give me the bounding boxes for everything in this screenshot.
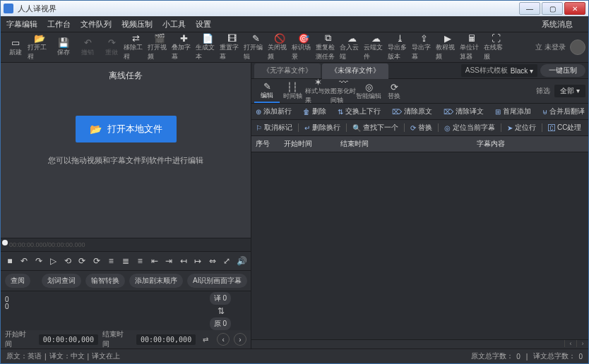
pill-smart-convert[interactable]: 输智转换	[85, 274, 125, 288]
ass-style-combo[interactable]: ASS样式模板 Black ▾	[461, 64, 537, 77]
skip-fwd-icon[interactable]: ⟳	[78, 256, 88, 266]
sec-smart-edit[interactable]: ◎智能编辑	[356, 80, 381, 102]
toolbar-btn-13[interactable]: ⧉重复检测任务	[316, 33, 340, 61]
toolbar-btn-6[interactable]: 🎬打开视频	[148, 33, 172, 61]
toolbar-btn-0[interactable]: ▭新建	[4, 33, 28, 61]
menu-file-queue[interactable]: 文件队列	[81, 19, 112, 30]
toolbar-btn-2[interactable]: 💾保存	[52, 33, 76, 61]
status-target-pos[interactable]: 译文在上	[92, 351, 120, 361]
next-line-button[interactable]: ›	[234, 333, 246, 346]
expand-icon[interactable]: ⤢	[222, 256, 232, 266]
menu-subtitle-edit[interactable]: 字幕编辑	[6, 19, 37, 30]
align-right-icon[interactable]: ≡	[136, 256, 145, 266]
forward-icon[interactable]: ↷	[34, 256, 44, 266]
volume-icon[interactable]: 🔊	[237, 256, 246, 266]
act-del-newline[interactable]: ↵删除换行	[304, 123, 340, 133]
sec-graph-timeline[interactable]: 〰图形化时间轴	[331, 80, 356, 102]
toolbar-btn-9[interactable]: 🎞重置字幕	[220, 33, 244, 61]
align-center-icon[interactable]: ≣	[121, 256, 131, 266]
avatar[interactable]	[570, 40, 585, 55]
act-add-row[interactable]: ⊕添加新行	[256, 107, 292, 116]
toolbar-btn-15[interactable]: ☁云端文件	[364, 33, 388, 61]
sec-edit[interactable]: ✎编辑	[254, 79, 280, 103]
menu-video-encode[interactable]: 视频压制	[121, 19, 153, 30]
toolbar-btn-19[interactable]: 🖩单位计算器	[460, 33, 484, 61]
one-click-encode-button[interactable]: 一键压制	[540, 64, 585, 77]
tab-no-subtitle[interactable]: 《无字幕文件》	[254, 63, 321, 78]
open-local-file-button[interactable]: 📂 打开本地文件	[76, 116, 177, 142]
pad-right-icon[interactable]: ⇥	[165, 256, 174, 266]
toolbar-btn-11[interactable]: 🚫关闭视频	[268, 33, 292, 61]
sec-replace[interactable]: ⟳替换	[381, 80, 407, 102]
waveform-area[interactable]: 0 0 译 0 ⇅ 原 0	[1, 291, 251, 330]
toolbar-btn-1[interactable]: 📂打开工程	[28, 33, 52, 61]
minimize-button[interactable]: —	[519, 2, 540, 15]
stop-icon[interactable]: ■	[5, 256, 15, 266]
sec-style[interactable]: ✶样式与效果	[305, 80, 331, 102]
col-end[interactable]: 结束时间	[340, 139, 397, 149]
toolbar-btn-17[interactable]: ⇪导出字幕	[412, 33, 436, 61]
loop-icon[interactable]: ⟳	[92, 256, 102, 266]
toolbar-btn-5[interactable]: ⇄移除工程	[124, 33, 148, 61]
pad-left-icon[interactable]: ⇤	[150, 256, 160, 266]
menu-tools[interactable]: 小工具	[162, 19, 186, 30]
menu-system-messages[interactable]: 系统消息	[542, 19, 573, 30]
rewind-icon[interactable]: ↶	[20, 256, 30, 266]
act-pad-ends[interactable]: ⊞首尾添加	[495, 107, 531, 116]
prev-line-button[interactable]: ‹	[217, 333, 230, 346]
scroll-right-button[interactable]: ›	[576, 340, 588, 347]
toolbar-btn-16[interactable]: ⤓导出多版本	[388, 33, 412, 61]
toolbar-btn-20[interactable]: ⛶在线客服	[484, 33, 508, 61]
col-index[interactable]: 序号	[256, 139, 284, 149]
act-locate-current[interactable]: ◎定位当前字幕	[444, 123, 495, 133]
toolbar-btn-8[interactable]: 📄生成文本	[196, 33, 220, 61]
track-swap[interactable]: 译 0 ⇅ 原 0	[210, 291, 231, 332]
toolbar-btn-12[interactable]: 🎯标识场景	[292, 33, 316, 61]
maximize-button[interactable]: ▢	[542, 2, 563, 15]
filter-select[interactable]: 全部 ▾	[554, 85, 585, 97]
toolbar-btn-7[interactable]: ✚叠加字幕	[172, 33, 196, 61]
act-clear-source[interactable]: ⌦清除原文	[392, 107, 432, 116]
loop-toggle-icon[interactable]: ⇄	[203, 336, 208, 344]
act-cc[interactable]: 🄲CC处理	[548, 123, 581, 133]
act-clear-target[interactable]: ⌦清除译文	[444, 107, 484, 116]
menu-settings[interactable]: 设置	[196, 19, 211, 30]
status-source-lang[interactable]: 原文：英语	[6, 351, 42, 361]
shift-right-icon[interactable]: ↦	[194, 256, 203, 266]
col-start[interactable]: 开始时间	[284, 139, 340, 149]
timeline-strip[interactable]: 00:00:00.000/00:00:00.000	[1, 238, 251, 252]
act-merge-translate[interactable]: ⊎合并后翻译	[542, 107, 585, 116]
menu-workbench[interactable]: 工作台	[47, 19, 71, 30]
act-swap[interactable]: ⇅交换上下行	[338, 107, 381, 116]
act-unmark[interactable]: ⚐取消标记	[256, 123, 292, 133]
start-time-input[interactable]: 00:00:00,000	[39, 334, 98, 345]
act-locate-line[interactable]: ➤定位行	[507, 123, 536, 133]
act-find-next[interactable]: 🔍查找下一个	[352, 123, 398, 133]
login-area[interactable]: 立 未登录	[535, 40, 585, 55]
playhead-icon[interactable]	[2, 240, 8, 245]
toolbar-btn-18[interactable]: ▶教程视频	[436, 33, 460, 61]
toolbar-btn-14[interactable]: ☁合入云端	[340, 33, 364, 61]
pill-add-order[interactable]: 添加剧末顺序	[129, 274, 183, 288]
play-icon[interactable]: ▷	[49, 256, 59, 266]
shift-left-icon[interactable]: ↤	[179, 256, 189, 266]
swap-icon[interactable]: ⇅	[218, 305, 223, 317]
sec-timeline[interactable]: ┆┆时间轴	[280, 80, 305, 102]
act-replace[interactable]: ⟳替换	[410, 123, 432, 133]
col-content[interactable]: 字幕内容	[397, 139, 584, 149]
subtitle-table-body[interactable]	[251, 152, 588, 339]
scroll-left-button[interactable]: ‹	[564, 340, 576, 347]
skip-back-icon[interactable]: ⟲	[63, 256, 73, 266]
close-button[interactable]: ✕	[564, 2, 585, 15]
pill-review[interactable]: 查阅	[5, 274, 30, 288]
act-delete[interactable]: 🗑删除	[303, 107, 326, 116]
align-left-icon[interactable]: ≡	[107, 256, 117, 266]
pill-ai-ocr[interactable]: AI识别画面字幕	[187, 274, 247, 288]
status-target-lang[interactable]: 译文：中文	[49, 351, 85, 361]
tab-unsaved[interactable]: 《未保存文件》	[322, 63, 388, 79]
end-time-input[interactable]: 00:00:00,000	[136, 334, 196, 345]
toolbar-btn-10[interactable]: ✎打开编辑	[244, 33, 268, 61]
pill-lookup[interactable]: 划词查词	[42, 274, 81, 288]
right-scrollbar[interactable]: ‹ ›	[251, 339, 588, 348]
collapse-icon[interactable]: ⇔	[208, 256, 218, 266]
